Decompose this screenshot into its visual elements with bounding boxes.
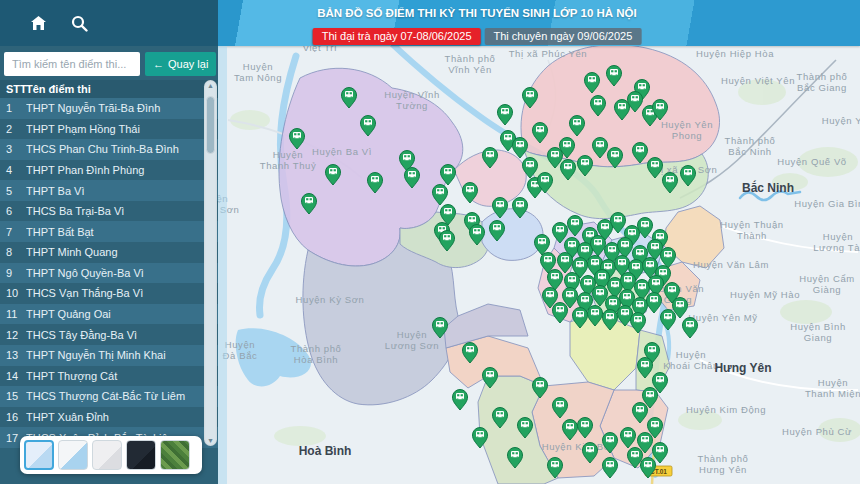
svg-text:Huyện: Huyện bbox=[823, 231, 853, 242]
exam-site-name: THCS Ba Trại-Ba Vì bbox=[26, 205, 218, 217]
exam-site-name: THPT Nguyễn Trãi-Ba Đình bbox=[26, 102, 218, 114]
svg-text:Huyện Kim Bôi: Huyện Kim Bôi bbox=[542, 441, 613, 452]
sidebar-panel: ← Quay lại STT Tên điểm thi 1THPT Nguyễn… bbox=[0, 46, 218, 484]
svg-text:Giang: Giang bbox=[804, 332, 832, 343]
row-index: 6 bbox=[0, 205, 26, 217]
exam-site-name: THPT Ba Vì bbox=[26, 185, 218, 197]
tab-specialized-exam[interactable]: Thi chuyên ngày 09/06/2025 bbox=[485, 28, 642, 45]
table-row[interactable]: 4THPT Phan Đình Phùng bbox=[0, 160, 218, 181]
row-index: 7 bbox=[0, 226, 26, 238]
arrow-left-icon: ← bbox=[153, 58, 164, 70]
row-index: 3 bbox=[0, 143, 26, 155]
tab-mass-exam[interactable]: Thi đại trà ngày 07-08/06/2025 bbox=[313, 28, 481, 45]
exam-site-name: THPT Thượng Cát bbox=[26, 370, 218, 382]
table-row[interactable]: 3THCS Phan Chu Trinh-Ba Đình bbox=[0, 139, 218, 160]
table-row[interactable]: 9THPT Ngô Quyền-Ba Vì bbox=[0, 263, 218, 284]
table-row[interactable]: 16THPT Xuân Đỉnh bbox=[0, 407, 218, 428]
table-row[interactable]: 10THCS Vạn Thắng-Ba Vì bbox=[0, 283, 218, 304]
svg-text:Thanh Thuỷ: Thanh Thuỷ bbox=[260, 160, 317, 171]
svg-text:Hòa Bình: Hòa Bình bbox=[294, 354, 338, 365]
scroll-thumb[interactable] bbox=[206, 96, 215, 154]
exam-site-table-body: 1THPT Nguyễn Trãi-Ba Đình2THPT Phạm Hồng… bbox=[0, 98, 218, 448]
svg-text:Huyện Thuận: Huyện Thuận bbox=[720, 219, 783, 230]
basemap-option-satellite[interactable] bbox=[160, 440, 190, 470]
row-index: 2 bbox=[0, 123, 26, 135]
sidebar-toolbar bbox=[0, 0, 218, 46]
panel-edge bbox=[218, 46, 227, 484]
svg-text:Huyện: Huyện bbox=[676, 349, 706, 360]
table-row[interactable]: 15THCS Thượng Cát-Bắc Từ Liêm bbox=[0, 386, 218, 407]
svg-text:Hưng Yên: Hưng Yên bbox=[714, 361, 771, 375]
table-row[interactable]: 7THPT Bất Bạt bbox=[0, 221, 218, 242]
svg-text:Huyện Gia Bình: Huyện Gia Bình bbox=[794, 198, 860, 209]
exam-site-name: THPT Nguyễn Thị Minh Khai bbox=[26, 349, 218, 361]
row-index: 13 bbox=[0, 349, 26, 361]
scroll-down-icon[interactable]: ▼ bbox=[204, 437, 217, 444]
scroll-up-icon[interactable]: ▲ bbox=[204, 82, 217, 89]
column-header-name: Tên điểm thi bbox=[26, 83, 218, 95]
row-index: 12 bbox=[0, 329, 26, 341]
column-header-stt: STT bbox=[0, 83, 26, 95]
svg-text:Huyện: Huyện bbox=[273, 149, 303, 160]
svg-text:Bắc Ninh: Bắc Ninh bbox=[742, 180, 794, 195]
svg-text:Giàng: Giàng bbox=[813, 284, 841, 295]
svg-text:Huyện Ba Vì: Huyện Ba Vì bbox=[312, 146, 372, 157]
svg-text:Phong: Phong bbox=[672, 130, 702, 141]
svg-text:Huyện Quế Võ: Huyện Quế Võ bbox=[777, 156, 847, 167]
search-input[interactable] bbox=[4, 52, 140, 76]
exam-site-name: THPT Ngô Quyền-Ba Vì bbox=[26, 267, 218, 279]
table-row[interactable]: 5THPT Ba Vì bbox=[0, 180, 218, 201]
row-index: 16 bbox=[0, 411, 26, 423]
svg-text:Thành: Thành bbox=[737, 230, 767, 241]
svg-text:Huyện Kỳ Sơn: Huyện Kỳ Sơn bbox=[296, 294, 365, 305]
svg-text:Tường: Tường bbox=[396, 100, 428, 111]
exam-site-name: THPT Phan Đình Phùng bbox=[26, 164, 218, 176]
exam-site-name: THPT Minh Quang bbox=[26, 246, 218, 258]
svg-text:Huyện: Huyện bbox=[397, 329, 427, 340]
page-title: BẢN ĐỒ SỐ ĐIỂM THI KỲ THI TUYỂN SINH LỚP… bbox=[317, 7, 637, 19]
svg-text:Huyện Kim Động: Huyện Kim Động bbox=[686, 404, 766, 415]
exam-site-name: THPT Bất Bạt bbox=[26, 226, 218, 238]
exam-site-name: THCS Phan Chu Trinh-Ba Đình bbox=[26, 143, 218, 155]
home-icon[interactable] bbox=[30, 15, 47, 31]
svg-text:Thanh Miện: Thanh Miện bbox=[805, 388, 860, 399]
table-row[interactable]: 11THPT Quảng Oai bbox=[0, 304, 218, 325]
svg-text:Thành phố: Thành phố bbox=[291, 343, 342, 354]
svg-text:Huyện Vĩnh: Huyện Vĩnh bbox=[384, 89, 440, 100]
svg-text:Bắc Ninh: Bắc Ninh bbox=[728, 146, 771, 157]
svg-text:Vĩnh Yên: Vĩnh Yên bbox=[448, 64, 492, 75]
exam-site-name: THCS Tây Đằng-Ba Vì bbox=[26, 329, 218, 341]
scrollbar[interactable]: ▲ ▼ bbox=[204, 80, 217, 446]
svg-text:Huyện Bình: Huyện Bình bbox=[790, 321, 846, 332]
svg-text:Thị xã Phúc Yên: Thị xã Phúc Yên bbox=[509, 48, 588, 59]
svg-text:Huyện Mỹ Hào: Huyện Mỹ Hào bbox=[730, 289, 800, 300]
row-index: 14 bbox=[0, 370, 26, 382]
svg-text:Huyện Cẩm: Huyện Cẩm bbox=[799, 273, 855, 284]
svg-text:Huyện Việt Yên: Huyện Việt Yên bbox=[721, 75, 795, 86]
svg-text:Huyện Văn Lâm: Huyện Văn Lâm bbox=[693, 259, 769, 270]
svg-text:Bắc Giang: Bắc Giang bbox=[797, 82, 847, 93]
basemap-option-streets[interactable] bbox=[58, 440, 88, 470]
svg-text:Đà Bắc: Đà Bắc bbox=[223, 350, 258, 361]
table-row[interactable]: 2THPT Phạm Hồng Thái bbox=[0, 119, 218, 140]
table-row[interactable]: 6THCS Ba Trại-Ba Vì bbox=[0, 201, 218, 222]
basemap-option-light-blue[interactable] bbox=[24, 440, 54, 470]
svg-text:Hưng Yên: Hưng Yên bbox=[699, 464, 747, 475]
table-row[interactable]: 13THPT Nguyễn Thị Minh Khai bbox=[0, 345, 218, 366]
row-index: 11 bbox=[0, 308, 26, 320]
svg-text:Hoà Bình: Hoà Bình bbox=[299, 444, 352, 458]
row-index: 15 bbox=[0, 390, 26, 402]
exam-site-name: THPT Xuân Đỉnh bbox=[26, 411, 218, 423]
table-row[interactable]: 14THPT Thượng Cát bbox=[0, 366, 218, 387]
svg-text:Huyện Yên Dũng: Huyện Yên Dũng bbox=[822, 115, 860, 126]
exam-site-name: THCS Thượng Cát-Bắc Từ Liêm bbox=[26, 390, 218, 402]
table-row[interactable]: 12THCS Tây Đằng-Ba Vì bbox=[0, 324, 218, 345]
back-button[interactable]: ← Quay lại bbox=[145, 52, 216, 76]
basemap-option-gray[interactable] bbox=[92, 440, 122, 470]
table-row[interactable]: 1THPT Nguyễn Trãi-Ba Đình bbox=[0, 98, 218, 119]
exam-date-tabs: Thi đại trà ngày 07-08/06/2025 Thi chuyê… bbox=[313, 28, 642, 45]
basemap-option-dark[interactable] bbox=[126, 440, 156, 470]
search-icon[interactable] bbox=[71, 15, 88, 32]
table-row[interactable]: 8THPT Minh Quang bbox=[0, 242, 218, 263]
svg-text:Huyện: Huyện bbox=[243, 61, 273, 72]
